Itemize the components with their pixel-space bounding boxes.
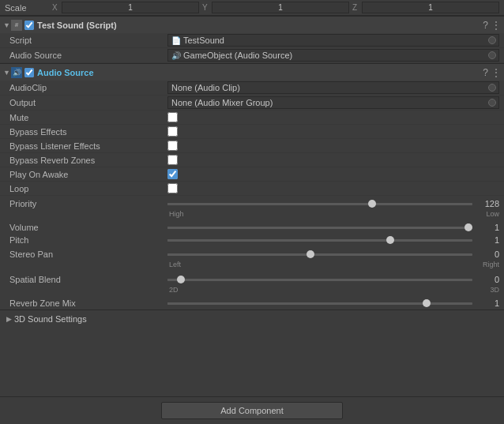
stereo-pan-row: Stereo Pan 0 bbox=[0, 248, 504, 261]
test-sound-enable[interactable] bbox=[24, 21, 34, 30]
stereo-pan-label: Stereo Pan bbox=[9, 250, 167, 259]
stereo-right-label: Right bbox=[483, 261, 499, 268]
scale-y-field[interactable]: Y bbox=[202, 2, 349, 13]
test-sound-icon: # bbox=[11, 20, 22, 31]
mute-value bbox=[167, 112, 499, 122]
stereo-left-label: Left bbox=[169, 261, 181, 268]
scale-y-input[interactable] bbox=[212, 2, 349, 13]
audio-source-enable[interactable] bbox=[24, 68, 34, 77]
audio-source-ref-row: Audio Source 🔊 GameObject (Audio Source) bbox=[0, 48, 504, 63]
audio-source-arrow[interactable]: ▼ bbox=[3, 69, 11, 77]
scale-x-field[interactable]: X bbox=[52, 2, 199, 13]
audio-source-field-value: GameObject (Audio Source) bbox=[183, 51, 292, 60]
audio-obj-icon: 🔊 bbox=[171, 51, 181, 60]
spatial-blend-thumb[interactable] bbox=[177, 276, 185, 283]
priority-low-label: High bbox=[169, 210, 184, 218]
reverb-zone-slider-container: 1 bbox=[167, 298, 499, 308]
scale-z-input[interactable] bbox=[362, 2, 499, 13]
inspector-panel: Scale X Y Z ▼ # bbox=[0, 0, 504, 424]
add-component-bar: Add Component bbox=[0, 396, 504, 424]
spatial-3d-label: 3D bbox=[490, 286, 499, 294]
output-value[interactable]: None (Audio Mixer Group) bbox=[167, 96, 499, 109]
test-sound-header-icons: ? ⋮ bbox=[483, 20, 501, 31]
script-icon: # bbox=[15, 21, 18, 28]
audio-help-icon[interactable]: ? bbox=[483, 67, 488, 78]
stereo-pan-thumb[interactable] bbox=[307, 250, 314, 258]
volume-row: Volume 1 bbox=[0, 221, 504, 234]
script-field-circle[interactable] bbox=[488, 36, 496, 44]
spatial-blend-fill bbox=[167, 279, 177, 281]
audio-source-title: Audio Source bbox=[37, 68, 483, 77]
audio-source-header-icons: ? ⋮ bbox=[483, 67, 501, 78]
play-on-awake-row: Play On Awake bbox=[0, 167, 504, 182]
sound-3d-header[interactable]: ▶ 3D Sound Settings bbox=[0, 310, 504, 327]
scale-x-input[interactable] bbox=[62, 2, 199, 13]
loop-row: Loop bbox=[0, 182, 504, 196]
stereo-pan-slider-container: 0 bbox=[167, 250, 499, 259]
bypass-listener-label: Bypass Listener Effects bbox=[9, 141, 167, 151]
audio-source-ref-value[interactable]: 🔊 GameObject (Audio Source) bbox=[167, 49, 499, 62]
priority-slider-container: 128 bbox=[167, 199, 499, 208]
play-on-awake-checkbox[interactable] bbox=[167, 169, 178, 179]
mute-checkbox[interactable] bbox=[167, 112, 178, 122]
content-area: Scale X Y Z ▼ # bbox=[0, 0, 504, 396]
bypass-reverb-checkbox[interactable] bbox=[167, 155, 178, 165]
bypass-listener-checkbox[interactable] bbox=[167, 141, 178, 151]
audioclip-label: AudioClip bbox=[9, 83, 167, 92]
priority-track bbox=[167, 203, 472, 205]
priority-label: Priority bbox=[9, 199, 167, 208]
audio-source-circle[interactable] bbox=[488, 51, 496, 59]
test-sound-arrow[interactable]: ▼ bbox=[3, 21, 11, 29]
priority-thumb[interactable] bbox=[368, 200, 376, 208]
audio-source-header[interactable]: ▼ 🔊 Audio Source ? ⋮ bbox=[0, 63, 504, 81]
sound-3d-arrow[interactable]: ▶ bbox=[6, 315, 14, 323]
spatial-blend-label: Spatial Blend bbox=[9, 275, 167, 284]
settings-icon[interactable]: ⋮ bbox=[491, 20, 501, 31]
reverb-zone-track bbox=[167, 302, 472, 305]
bypass-listener-row: Bypass Listener Effects bbox=[0, 139, 504, 153]
loop-checkbox[interactable] bbox=[167, 183, 178, 193]
spatial-blend-track bbox=[167, 279, 472, 281]
reverb-zone-label: Reverb Zone Mix bbox=[9, 298, 167, 308]
play-on-awake-value bbox=[167, 169, 499, 179]
pitch-thumb[interactable] bbox=[386, 236, 394, 244]
script-value[interactable]: 📄 TestSound bbox=[167, 34, 499, 47]
bypass-effects-checkbox[interactable] bbox=[167, 126, 178, 137]
test-sound-header[interactable]: ▼ # Test Sound (Script) ? ⋮ bbox=[0, 16, 504, 33]
spatial-blend-sublabels: 2D 3D bbox=[0, 286, 504, 295]
scale-z-field[interactable]: Z bbox=[352, 2, 499, 13]
add-component-button[interactable]: Add Component bbox=[161, 402, 343, 419]
output-circle[interactable] bbox=[488, 99, 496, 107]
audioclip-circle[interactable] bbox=[488, 84, 496, 92]
reverb-zone-value: 1 bbox=[476, 298, 499, 308]
scale-z-label: Z bbox=[352, 3, 360, 12]
audioclip-value[interactable]: None (Audio Clip) bbox=[167, 81, 499, 94]
audioclip-field[interactable]: None (Audio Clip) bbox=[167, 81, 499, 94]
loop-label: Loop bbox=[9, 184, 167, 193]
stereo-pan-track bbox=[167, 253, 472, 256]
pitch-track bbox=[167, 239, 472, 242]
xyz-fields: X Y Z bbox=[52, 2, 499, 13]
script-field[interactable]: 📄 TestSound bbox=[167, 34, 499, 47]
reverb-zone-thumb[interactable] bbox=[423, 299, 431, 307]
script-file-icon: 📄 bbox=[171, 36, 181, 45]
volume-thumb[interactable] bbox=[465, 223, 472, 231]
volume-track bbox=[167, 227, 472, 229]
audio-speaker-icon: 🔊 bbox=[13, 69, 21, 77]
output-field-value: None (Audio Mixer Group) bbox=[171, 98, 273, 107]
output-field[interactable]: None (Audio Mixer Group) bbox=[167, 96, 499, 109]
bypass-reverb-label: Bypass Reverb Zones bbox=[9, 156, 167, 165]
help-icon[interactable]: ? bbox=[483, 20, 488, 31]
pitch-row: Pitch 1 bbox=[0, 234, 504, 246]
volume-label: Volume bbox=[9, 223, 167, 232]
reverb-zone-row: Reverb Zone Mix 1 bbox=[0, 297, 504, 310]
bypass-effects-value bbox=[167, 126, 499, 137]
audio-settings-icon[interactable]: ⋮ bbox=[491, 67, 501, 78]
bypass-effects-label: Bypass Effects bbox=[9, 127, 167, 137]
pitch-value: 1 bbox=[476, 235, 499, 245]
stereo-pan-value: 0 bbox=[476, 250, 499, 259]
audioclip-row: AudioClip None (Audio Clip) bbox=[0, 81, 504, 96]
scale-label: Scale bbox=[5, 3, 52, 13]
audio-source-field[interactable]: 🔊 GameObject (Audio Source) bbox=[167, 49, 499, 62]
test-sound-title: Test Sound (Script) bbox=[37, 21, 483, 30]
